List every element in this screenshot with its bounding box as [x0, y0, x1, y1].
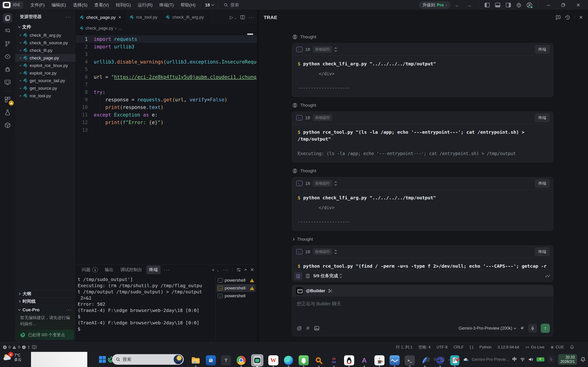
code-line[interactable]: 1import requests: [76, 35, 257, 43]
code-line[interactable]: 9 response = requests.get(url, verify=Fa…: [76, 96, 257, 103]
thought-label-1[interactable]: Thought: [292, 34, 553, 40]
start-button[interactable]: [97, 354, 107, 365]
notification-bell-icon[interactable]: z: [580, 357, 586, 362]
go-live-button[interactable]: Go Live: [525, 345, 545, 350]
builder-label[interactable]: @Builder: [306, 288, 325, 293]
taskbar-icon-trae-active[interactable]: [251, 354, 263, 366]
file-row[interactable]: exploit_rce_linux.py: [15, 62, 76, 69]
code-line[interactable]: 10 print(response.text): [76, 103, 257, 111]
taskbar-icon-java[interactable]: [374, 355, 384, 365]
taskbar-search[interactable]: 搜索: [112, 354, 184, 365]
tab-output[interactable]: 输出: [102, 265, 116, 274]
file-row[interactable]: get_source_tail.py: [15, 77, 76, 84]
split-editor-button[interactable]: [240, 15, 245, 19]
file-row[interactable]: exploit_rce.py: [15, 69, 76, 77]
settings-gear-button[interactable]: [515, 2, 523, 8]
thought-label-4-collapsed[interactable]: Thought: [292, 237, 553, 242]
forward-button[interactable]: →: [464, 2, 474, 8]
network-icon[interactable]: [520, 357, 525, 361]
window-close-button[interactable]: ✕: [572, 2, 585, 8]
eol-sequence[interactable]: CRLF: [454, 345, 464, 350]
attach-image-button[interactable]: [314, 325, 320, 331]
code-line[interactable]: 6url = "https://eci-2ze8kp4ftu1y5u0jaubm…: [76, 73, 257, 81]
tab-terminal[interactable]: 终端: [146, 265, 161, 274]
window-restore-button[interactable]: [556, 3, 570, 7]
run-file-button[interactable]: ▷ ⌄: [230, 15, 237, 20]
activity-source-control[interactable]: [3, 39, 12, 49]
ports-icon[interactable]: [32, 345, 36, 349]
taskbar-icon-explorer[interactable]: [191, 355, 201, 365]
close-panel-button[interactable]: ✕: [250, 267, 254, 273]
terminal-output[interactable]: t /tmp/sudo_output']Executing: (rm /tmp/…: [78, 276, 213, 340]
scissors-icon[interactable]: [328, 289, 333, 293]
open-in-terminal-button[interactable]: 终端: [535, 45, 550, 54]
cue-pro-header[interactable]: Cue-Pro: [18, 307, 40, 312]
weather-widget[interactable]: 4 7°C 多云: [2, 353, 22, 362]
maximize-panel-button[interactable]: [244, 269, 247, 271]
breadcrumb[interactable]: check_page.py › ...: [76, 24, 257, 32]
open-in-terminal-button[interactable]: 终端: [535, 247, 550, 256]
chat-input[interactable]: 您正在与 Builder 聊天: [292, 297, 553, 324]
notifications-bell-icon[interactable]: [570, 345, 574, 349]
outline-section[interactable]: 大纲: [15, 290, 76, 298]
expand-collapse-icon[interactable]: [335, 48, 337, 51]
problems-status[interactable]: 0 0 1: [3, 345, 30, 350]
activity-docker[interactable]: [3, 120, 12, 130]
file-row[interactable]: check_lfi_source.py: [15, 39, 76, 47]
tasks-progress-bar[interactable]: 5/9 任务完成 ✓✓: [292, 270, 553, 282]
clock[interactable]: ↑ 20:33 2026/2/1: [558, 354, 577, 365]
thought-label-2[interactable]: Thought: [292, 103, 553, 108]
taskbar-icon-qq[interactable]: [344, 355, 354, 365]
code-line[interactable]: 5: [76, 66, 257, 73]
taskbar-icon-everything[interactable]: [314, 355, 324, 365]
expand-collapse-icon[interactable]: [335, 182, 337, 185]
toggle-right-panel-button[interactable]: [506, 3, 511, 7]
menu-run[interactable]: 运行(R): [135, 1, 156, 9]
tab-check-lfi-arg[interactable]: check_lfi_arg.py: [162, 10, 208, 24]
terminal-item-1[interactable]: ›_ powershell: [216, 276, 255, 284]
panel-more-button[interactable]: ···: [164, 267, 170, 273]
code-line[interactable]: 12 print(f"Error: {e}"): [76, 119, 257, 126]
files-section-header[interactable]: 文件: [15, 22, 76, 31]
explorer-more-button[interactable]: ···: [65, 14, 71, 19]
file-row[interactable]: check_lfi.py: [15, 47, 76, 54]
mention-button[interactable]: @: [297, 325, 302, 331]
activity-extensions[interactable]: [3, 95, 12, 104]
upgrade-pro-button[interactable]: 升级到 Pro ›: [419, 1, 450, 9]
global-search[interactable]: 搜索: [224, 2, 239, 8]
taskbar-icon-game[interactable]: [221, 355, 231, 365]
history-icon[interactable]: [565, 15, 570, 20]
menu-help[interactable]: 帮助(H): [178, 1, 198, 9]
cue-status-button[interactable]: CUE: [550, 345, 564, 350]
menu-selection[interactable]: 选择(S): [70, 1, 90, 9]
indentation[interactable]: 空格: 4: [418, 344, 431, 350]
new-terminal-button[interactable]: ＋ ⌄: [211, 267, 219, 273]
battery-icon[interactable]: [536, 357, 544, 361]
braces-indicator[interactable]: { }: [470, 345, 473, 350]
python-version[interactable]: 3.12.8 64-bit: [498, 345, 519, 350]
sparkle-icon[interactable]: [519, 326, 525, 331]
terminal-sash[interactable]: [216, 276, 216, 340]
cursor-position[interactable]: 行 1, 列 1: [396, 344, 413, 350]
activity-explorer[interactable]: [3, 13, 12, 23]
taskbar-icon-wps[interactable]: W: [268, 355, 278, 365]
file-row[interactable]: check_page.py: [15, 54, 76, 62]
code-line[interactable]: 7: [76, 81, 257, 88]
taskbar-icon-jadx[interactable]: JADX: [329, 355, 339, 365]
panel-layout-button[interactable]: [236, 267, 241, 272]
terminal-item-2[interactable]: ‹✦ powershell: [216, 284, 255, 292]
thought-label-3[interactable]: Thought: [292, 168, 553, 173]
open-in-terminal-button[interactable]: 终端: [535, 179, 550, 188]
send-button[interactable]: ↑: [541, 324, 550, 333]
tab-check-page[interactable]: check_page.py ×: [76, 10, 126, 24]
menu-goto[interactable]: 转到(G): [113, 1, 134, 9]
toggle-left-panel-button[interactable]: [485, 3, 490, 7]
tab-problems[interactable]: 问题 1: [79, 265, 101, 274]
activity-search[interactable]: [3, 26, 12, 36]
double-check-icon[interactable]: ✓✓: [545, 273, 549, 279]
new-chat-icon[interactable]: [555, 15, 561, 20]
code-editor[interactable]: 1import requests2import urllib334urllib3…: [76, 32, 257, 264]
code-line[interactable]: 13: [76, 126, 257, 134]
code-line[interactable]: 11except Exception as e:: [76, 111, 257, 119]
search-highlight-image[interactable]: [174, 355, 183, 364]
